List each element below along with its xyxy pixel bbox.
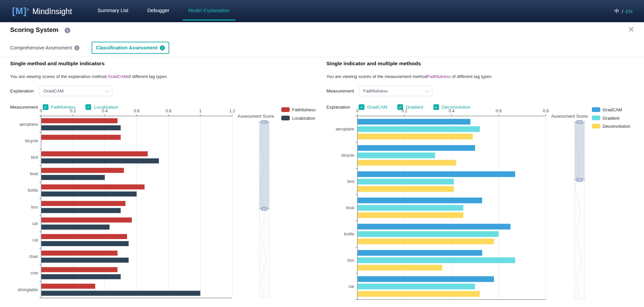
legend-item-localization[interactable]: Localization xyxy=(281,116,315,121)
bar-gradient-car xyxy=(358,284,475,290)
bar-faithfulness-bottle xyxy=(41,184,145,189)
x-tick-label: 0.4 xyxy=(449,109,454,113)
bar-gradcam-bird xyxy=(358,171,515,177)
bar-gradcam-bus xyxy=(358,250,482,256)
legend-swatch xyxy=(592,124,600,128)
section-heading: Single indicator and multiple methods xyxy=(326,61,639,67)
tab-label: Comprehensive Assessment xyxy=(10,45,72,50)
info-icon[interactable]: i xyxy=(74,45,79,50)
measurement-select[interactable]: Faithfulness xyxy=(359,86,432,96)
bar-deconvolution-bus xyxy=(358,265,442,271)
bar-gradcam-boat xyxy=(358,198,482,203)
bar-localization-diningtable xyxy=(41,291,200,296)
x-tick-label: 1.2 xyxy=(229,109,235,113)
category-label: bus xyxy=(348,258,354,263)
bar-faithfulness-aeroplane xyxy=(41,118,117,123)
legend-swatch xyxy=(281,116,290,120)
logo-mark-icon: [M] xyxy=(12,6,27,16)
category-label: bird xyxy=(347,179,354,184)
tab-divider xyxy=(0,57,644,57)
x-tick-label: 0.4 xyxy=(102,109,108,113)
bar-gradient-aeroplane xyxy=(358,126,480,132)
viewing-note: You are viewing scores of the explanatio… xyxy=(10,74,320,79)
note-suffix: of different tag types xyxy=(451,74,492,79)
x-tick-label: 0.8 xyxy=(543,109,548,113)
panel-single-indicator: Single indicator and multiple methods Yo… xyxy=(326,59,639,110)
measurement-label: Measurement xyxy=(326,88,354,93)
category-label: bicycle xyxy=(25,139,38,143)
data-zoom-selection[interactable] xyxy=(259,122,269,209)
close-icon[interactable]: ✕ xyxy=(628,26,635,34)
bar-faithfulness-cow xyxy=(41,267,117,272)
tab-classification-assessment[interactable]: Classification Assessmenti xyxy=(92,42,169,54)
x-axis-name: Assessment Score xyxy=(551,114,587,119)
slider-handle-top[interactable] xyxy=(577,120,583,124)
bar-deconvolution-bottle xyxy=(358,239,494,244)
legend-item-deconvolution[interactable]: Deconvolution xyxy=(592,124,630,129)
note-suffix: of different tag types xyxy=(127,74,167,79)
bar-deconvolution-boat xyxy=(358,213,463,218)
measurement-select-value: Faithfulness xyxy=(363,88,388,93)
bar-localization-bus xyxy=(41,208,121,213)
bar-localization-cow xyxy=(41,274,121,279)
legend-label: Deconvolution xyxy=(603,124,630,129)
right-chart: 00.20.40.60.8aeroplanebicyclebirdboatbot… xyxy=(326,106,644,307)
bar-deconvolution-car xyxy=(358,291,480,297)
legend-swatch xyxy=(592,107,600,112)
top-nav: [M]s MindInsight Summary ListDebuggerMod… xyxy=(0,0,644,22)
category-label: bird xyxy=(31,155,38,160)
category-label: diningtable xyxy=(18,287,38,292)
x-tick-label: 0.2 xyxy=(401,109,407,113)
legend-item-gradcam[interactable]: GradCAM xyxy=(592,107,622,112)
slider-handle-bottom[interactable] xyxy=(577,178,583,182)
category-label: aeroplane xyxy=(19,122,38,127)
bar-deconvolution-bird xyxy=(358,186,454,192)
legend-item-faithfulness[interactable]: Faithfulness xyxy=(281,107,316,112)
page-title: Scoring System xyxy=(10,26,59,34)
explanation-label: Explanation xyxy=(10,88,34,93)
bar-gradient-bird xyxy=(358,179,454,185)
nav-tab-debugger[interactable]: Debugger xyxy=(142,0,175,22)
nav-tab-summary-list[interactable]: Summary List xyxy=(92,0,134,22)
explanation-select[interactable]: GradCAM xyxy=(39,86,112,96)
chevron-down-icon xyxy=(425,88,429,92)
bar-gradient-bicycle xyxy=(358,153,435,158)
slider-handle-bottom[interactable] xyxy=(261,207,267,210)
bar-localization-boat xyxy=(41,175,105,180)
bar-gradient-boat xyxy=(358,205,463,211)
bar-localization-car xyxy=(41,225,110,230)
bar-gradcam-bicycle xyxy=(358,145,475,151)
note-prefix: You are viewing scores of the explanatio… xyxy=(10,74,108,79)
info-icon[interactable]: i xyxy=(65,28,70,33)
nav-tab-model-explanation[interactable]: Model Explanation xyxy=(183,0,235,22)
info-icon[interactable]: i xyxy=(160,45,165,50)
category-label: bottle xyxy=(28,188,38,193)
bar-gradient-bottle xyxy=(358,231,499,237)
category-label: cow xyxy=(31,271,38,275)
category-label: bicycle xyxy=(342,153,354,158)
lang-en-button[interactable]: EN xyxy=(625,8,633,14)
bar-localization-bottle xyxy=(41,191,137,196)
bar-faithfulness-boat xyxy=(41,168,124,173)
legend-swatch xyxy=(281,107,290,112)
bar-gradcam-car xyxy=(358,276,494,282)
data-zoom-selection[interactable] xyxy=(575,122,584,180)
viewing-note: You are viewing scores of the measuremen… xyxy=(326,74,639,79)
app-window: [M]s MindInsight Summary ListDebuggerMod… xyxy=(0,0,644,307)
tab-label: Classification Assessment xyxy=(96,45,157,50)
lang-zh-button[interactable]: 中 xyxy=(614,8,619,14)
assessment-tabs: Comprehensive AssessmentiClassification … xyxy=(10,42,169,54)
category-label: car xyxy=(32,221,38,226)
x-tick-label: 0.6 xyxy=(134,109,139,113)
legend-item-gradient[interactable]: Gradient xyxy=(592,116,619,121)
lang-separator: / xyxy=(622,8,623,14)
app-logo: [M]s MindInsight xyxy=(12,6,72,16)
bar-gradcam-aeroplane xyxy=(358,119,470,125)
bar-faithfulness-diningtable xyxy=(41,284,95,289)
bar-localization-chair xyxy=(41,258,129,263)
chevron-down-icon xyxy=(105,88,109,92)
tab-comprehensive-assessment[interactable]: Comprehensive Assessmenti xyxy=(10,45,79,50)
slider-handle-top[interactable] xyxy=(261,120,267,124)
category-label: chair xyxy=(29,254,38,259)
x-tick-label: 0.8 xyxy=(166,109,171,113)
